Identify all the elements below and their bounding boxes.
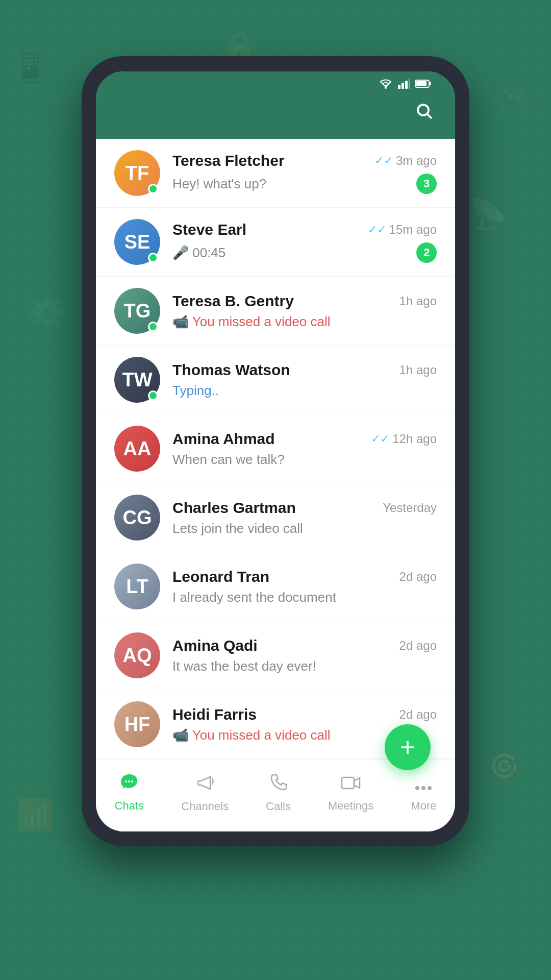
chat-name: Teresa B. Gentry (172, 292, 294, 310)
avatar-wrap: LT (114, 564, 160, 609)
promo-section (0, 0, 551, 56)
chat-name: Leonard Tran (172, 568, 269, 585)
phone-frame: TFTeresa Fletcher✓✓3m agoHey! what's up?… (82, 56, 469, 846)
signal-icon (398, 79, 410, 89)
chat-name: Steve Earl (172, 221, 246, 238)
chat-item[interactable]: TWThomas Watson1h agoTyping.. (96, 346, 455, 414)
chats-nav-label: Chats (115, 799, 144, 813)
nav-item-chats[interactable]: Chats (105, 769, 154, 817)
online-indicator (148, 390, 158, 401)
svg-rect-6 (416, 81, 427, 86)
chat-preview: 📹 You missed a video call (172, 314, 331, 330)
chat-time: 2d ago (399, 639, 437, 653)
chat-name: Teresa Fletcher (172, 152, 285, 169)
chat-time: 1h ago (399, 363, 437, 377)
avatar-wrap: AQ (114, 632, 160, 678)
more-nav-label: More (411, 799, 436, 813)
chat-item[interactable]: SESteve Earl✓✓15m ago🎤 00:452 (96, 208, 455, 277)
wifi-icon (379, 79, 393, 89)
svg-rect-1 (398, 85, 400, 89)
online-indicator (148, 322, 158, 332)
avatar-wrap: TW (114, 357, 160, 403)
chat-name: Charles Gartman (172, 499, 296, 517)
svg-rect-7 (430, 82, 431, 85)
chat-content: Amina Ahmad✓✓12h agoWhen can we talk? (172, 430, 437, 468)
chat-content: Thomas Watson1h agoTyping.. (172, 361, 437, 399)
chat-time: 2d ago (399, 707, 437, 722)
chat-content: Teresa Fletcher✓✓3m agoHey! what's up?3 (172, 152, 437, 194)
chat-time: ✓✓15m ago (368, 223, 437, 237)
chat-preview: Hey! what's up? (172, 176, 266, 192)
online-indicator (148, 184, 158, 194)
chat-item[interactable]: AAAmina Ahmad✓✓12h agoWhen can we talk? (96, 414, 455, 483)
nav-item-calls[interactable]: Calls (256, 769, 301, 817)
meetings-nav-label: Meetings (328, 799, 373, 813)
battery-icon (415, 79, 432, 88)
avatar: AQ (114, 632, 160, 678)
avatar-wrap: HF (114, 701, 160, 747)
chat-name: Heidi Farris (172, 706, 257, 723)
bottom-navigation: ChatsChannelsCallsMeetingsMore (96, 759, 455, 831)
chat-preview: When can we talk? (172, 452, 285, 468)
nav-item-meetings[interactable]: Meetings (318, 770, 384, 817)
unread-badge: 3 (416, 174, 437, 194)
calls-nav-icon (269, 773, 288, 796)
channels-nav-icon (196, 773, 214, 796)
chat-item[interactable]: AQAmina Qadi2d agoIt was the best day ev… (96, 621, 455, 690)
avatar-wrap: CG (114, 495, 160, 541)
svg-rect-2 (402, 83, 404, 89)
chat-time: Yesterday (383, 501, 437, 515)
svg-point-14 (415, 786, 419, 790)
avatar: CG (114, 495, 160, 541)
avatar: HF (114, 701, 160, 747)
unread-badge: 2 (416, 242, 437, 263)
nav-item-channels[interactable]: Channels (171, 769, 239, 817)
app-header (96, 93, 455, 139)
phone-screen: TFTeresa Fletcher✓✓3m agoHey! what's up?… (96, 71, 455, 831)
status-icons (379, 79, 437, 89)
chat-preview: 🎤 00:45 (172, 245, 226, 261)
avatar: LT (114, 564, 160, 609)
chat-content: Steve Earl✓✓15m ago🎤 00:452 (172, 221, 437, 263)
chat-item[interactable]: TFTeresa Fletcher✓✓3m agoHey! what's up?… (96, 139, 455, 208)
chats-nav-icon (120, 773, 138, 795)
nav-item-more[interactable]: More (400, 770, 446, 817)
chat-preview: Lets join the video call (172, 521, 303, 536)
avatar-wrap: AA (114, 426, 160, 472)
chat-item[interactable]: CGCharles GartmanYesterdayLets join the … (96, 483, 455, 552)
chat-preview: It was the best day ever! (172, 658, 316, 674)
chat-name: Amina Ahmad (172, 430, 275, 448)
svg-point-15 (421, 786, 425, 790)
search-icon (415, 102, 433, 120)
svg-rect-13 (342, 777, 354, 789)
chat-time: ✓✓3m ago (374, 154, 437, 168)
chat-preview: Typing.. (172, 383, 219, 399)
chat-content: Amina Qadi2d agoIt was the best day ever… (172, 637, 437, 674)
avatar-wrap: TG (114, 288, 160, 334)
svg-rect-3 (405, 81, 408, 89)
svg-rect-4 (409, 79, 410, 89)
chat-item[interactable]: LTLeonard Tran2d agoI already sent the d… (96, 552, 455, 621)
chat-content: Leonard Tran2d agoI already sent the doc… (172, 568, 437, 605)
chat-content: Charles GartmanYesterdayLets join the vi… (172, 499, 437, 536)
new-chat-fab[interactable]: + (385, 724, 431, 770)
meetings-nav-icon (341, 774, 361, 795)
chat-time: 2d ago (399, 570, 437, 584)
calls-nav-label: Calls (266, 800, 291, 813)
chat-content: Teresa B. Gentry1h ago📹 You missed a vid… (172, 292, 437, 330)
chat-time: ✓✓12h ago (371, 432, 437, 446)
channels-nav-label: Channels (181, 800, 229, 813)
svg-point-11 (128, 780, 130, 782)
chat-item[interactable]: TGTeresa B. Gentry1h ago📹 You missed a v… (96, 277, 455, 346)
svg-point-8 (418, 105, 429, 115)
search-button[interactable] (411, 98, 437, 124)
chat-name: Thomas Watson (172, 361, 290, 379)
chat-name: Amina Qadi (172, 637, 258, 654)
chat-time: 1h ago (399, 294, 437, 308)
chat-list: TFTeresa Fletcher✓✓3m agoHey! what's up?… (96, 139, 455, 759)
avatar: AA (114, 426, 160, 472)
svg-point-16 (428, 786, 432, 790)
svg-point-12 (131, 780, 133, 782)
avatar-wrap: SE (114, 219, 160, 265)
online-indicator (148, 253, 158, 263)
